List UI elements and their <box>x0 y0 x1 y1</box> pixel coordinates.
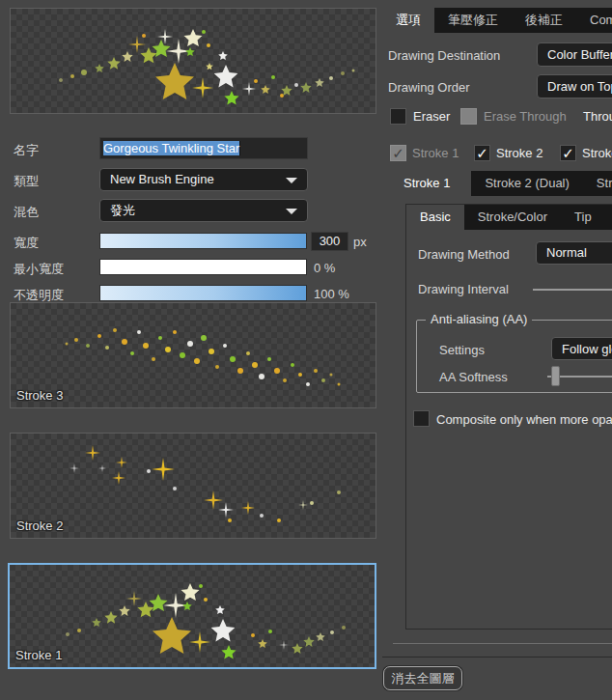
minwidth-value: 0 % <box>314 261 335 275</box>
drawing-interval-slider[interactable] <box>533 289 612 291</box>
erase-through-label: Erase Through <box>484 109 567 124</box>
clear-all-layers-button[interactable]: 消去全圖層 <box>383 666 462 690</box>
tab-stroke-3[interactable]: Strok <box>583 171 612 196</box>
width-slider[interactable] <box>99 233 307 249</box>
type-dropdown[interactable]: New Brush Engine <box>99 168 308 191</box>
brush-preview-main <box>10 8 376 114</box>
name-field-label: 名字 <box>14 142 39 159</box>
tab-basic[interactable]: Basic <box>406 205 464 230</box>
chevron-down-icon <box>286 209 297 214</box>
tab-stroke-color[interactable]: Stroke/Color <box>464 205 561 230</box>
tab-pressure-correction[interactable]: 筆壓修正 <box>434 8 512 33</box>
preview-stroke-3-label: Stroke 3 <box>16 388 63 403</box>
tab-post-correction[interactable]: 後補正 <box>512 8 576 33</box>
drawing-order-button[interactable]: Draw on Top o <box>537 74 612 98</box>
separator-light <box>393 643 612 644</box>
stroke-1-enable-label: Stroke 1 <box>412 146 459 160</box>
opacity-value: 100 % <box>314 287 349 301</box>
tab-s[interactable]: S <box>605 205 612 230</box>
minwidth-field-label: 最小寬度 <box>14 261 64 278</box>
aa-settings-label: Settings <box>439 343 485 357</box>
stroke-2-enable-checkbox[interactable]: ✓ <box>474 145 490 161</box>
preview-stroke-2[interactable]: Stroke 2 <box>10 433 376 539</box>
drawing-destination-button[interactable]: Color Buffer (t <box>537 42 612 67</box>
drawing-destination-label: Drawing Destination <box>388 48 500 63</box>
aa-softness-handle[interactable] <box>551 366 560 386</box>
drawing-destination-value: Color Buffer (t <box>547 47 612 62</box>
stroke-3-enable-label: Stroke <box>582 146 612 160</box>
options-tabbar: 選項 筆壓修正 後補正 Comp <box>382 8 612 33</box>
name-input-selected-text: Gorgeous Twinkling Star <box>103 141 240 155</box>
type-dropdown-value: New Brush Engine <box>110 172 214 186</box>
preview-stroke-1[interactable]: Stroke 1 <box>8 563 376 669</box>
stroke-tabbar: Stroke 1 Stroke 2 (Dual) Strok <box>382 171 612 196</box>
tab-options[interactable]: 選項 <box>382 8 434 33</box>
blend-dropdown[interactable]: 發光 <box>99 199 308 222</box>
opacity-slider[interactable] <box>99 285 307 301</box>
drawing-order-value: Draw on Top o <box>547 79 612 94</box>
composite-checkbox[interactable] <box>413 410 430 427</box>
tab-stroke-2-dual[interactable]: Stroke 2 (Dual) <box>471 171 582 196</box>
minwidth-slider[interactable] <box>99 259 307 275</box>
tab-comp[interactable]: Comp <box>576 8 612 33</box>
width-field-label: 寬度 <box>14 235 39 252</box>
erase-through-checkbox <box>460 108 477 125</box>
stroke-settings-tabbar: Basic Stroke/Color Tip S <box>406 205 612 230</box>
blend-field-label: 混色 <box>14 204 39 221</box>
preview-stroke-2-label: Stroke 2 <box>16 518 63 533</box>
composite-label: Composite only when more opa <box>436 412 612 427</box>
name-input[interactable]: Gorgeous Twinkling Star <box>99 137 308 159</box>
drawing-interval-label: Drawing Interval <box>418 282 509 296</box>
type-field-label: 類型 <box>14 173 39 190</box>
anti-aliasing-legend: Anti-aliasing (AA) <box>426 312 532 326</box>
separator-dark <box>382 657 612 658</box>
blend-dropdown-value: 發光 <box>110 203 135 217</box>
preview-stroke-3[interactable]: Stroke 3 <box>10 302 376 408</box>
through-label: Throu <box>583 109 612 124</box>
width-unit-label: px <box>353 235 367 249</box>
eraser-checkbox[interactable] <box>390 108 406 125</box>
width-value[interactable]: 300 <box>311 232 348 251</box>
aa-settings-value: Follow glo <box>562 342 612 356</box>
drawing-method-value: Normal <box>546 245 587 260</box>
aa-settings-button[interactable]: Follow glo <box>551 337 612 360</box>
stroke-1-enable-checkbox: ✓ <box>390 145 406 161</box>
stroke-3-enable-checkbox[interactable]: ✓ <box>560 145 576 161</box>
stroke-2-enable-label: Stroke 2 <box>496 146 542 160</box>
preview-stroke-1-label: Stroke 1 <box>15 648 62 662</box>
eraser-label: Eraser <box>413 109 450 124</box>
drawing-order-label: Drawing Order <box>388 80 470 95</box>
drawing-method-label: Drawing Method <box>418 247 510 262</box>
tab-tip[interactable]: Tip <box>561 205 605 230</box>
aa-softness-label: AA Softness <box>439 370 508 384</box>
tab-stroke-1[interactable]: Stroke 1 <box>382 171 471 196</box>
drawing-method-dropdown[interactable]: Normal <box>536 241 612 265</box>
chevron-down-icon <box>286 178 297 183</box>
